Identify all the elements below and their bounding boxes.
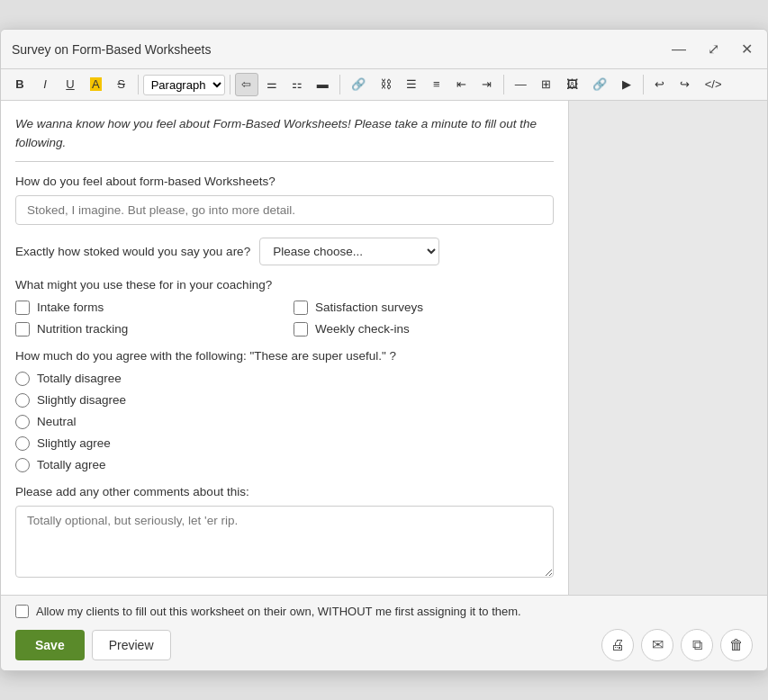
paragraph-select[interactable]: Paragraph Heading 1 Heading 2 — [143, 75, 225, 95]
q2-select[interactable]: Please choose... Very stoked Somewhat st… — [259, 238, 439, 265]
indent-left-button[interactable]: ⇤ — [450, 73, 474, 96]
footer-actions: Save Preview 🖨 ✉ ⧉ 🗑 — [15, 629, 753, 661]
align-left-button[interactable]: ⇦ — [235, 73, 258, 96]
undo-button[interactable]: ↩ — [648, 73, 672, 96]
q4-label: How much do you agree with the following… — [15, 349, 554, 363]
redo-button[interactable]: ↪ — [673, 73, 697, 96]
align-center-button[interactable]: ⚌ — [260, 73, 284, 96]
checkbox-weekly-checkins-label: Weekly check-ins — [315, 322, 410, 336]
separator-3 — [339, 75, 340, 94]
image-button[interactable]: 🖼 — [560, 73, 584, 96]
radio-totally-agree[interactable]: Totally agree — [15, 458, 554, 472]
radio-totally-disagree[interactable]: Totally disagree — [15, 372, 554, 386]
q2-row: Exactly how stoked would you say you are… — [15, 238, 554, 265]
radio-totally-disagree-input[interactable] — [15, 372, 30, 386]
footer-checkbox-row: Allow my clients to fill out this worksh… — [15, 605, 753, 618]
save-button[interactable]: Save — [15, 630, 85, 660]
main-area: We wanna know how you feel about Form-Ba… — [1, 101, 767, 595]
checkbox-intake-forms[interactable]: Intake forms — [15, 301, 276, 315]
q3-label: What might you use these for in your coa… — [15, 278, 554, 292]
underline-button[interactable]: U — [59, 73, 82, 96]
radio-neutral[interactable]: Neutral — [15, 415, 554, 429]
editor-toolbar: B I U A S Paragraph Heading 1 Heading 2 … — [1, 69, 767, 101]
preview-button[interactable]: Preview — [92, 630, 171, 660]
indent-right-button[interactable]: ⇥ — [475, 73, 499, 96]
checkbox-nutrition-tracking[interactable]: Nutrition tracking — [15, 322, 276, 337]
footer: Allow my clients to fill out this worksh… — [1, 595, 767, 670]
separator-1 — [138, 75, 139, 94]
editor-panel: We wanna know how you feel about Form-Ba… — [1, 101, 569, 595]
print-icon: 🖨 — [610, 637, 625, 653]
window-title: Survey on Form-Based Worksheets — [12, 42, 668, 57]
checkbox-intake-forms-label: Intake forms — [37, 301, 104, 314]
bold-button[interactable]: B — [8, 73, 32, 96]
sidebar-panel — [569, 101, 767, 595]
q2-label: Exactly how stoked would you say you are… — [15, 245, 250, 258]
title-bar: Survey on Form-Based Worksheets — ⤢ ✕ — [1, 30, 767, 69]
list-ol-button[interactable]: ≡ — [425, 73, 448, 96]
code-button[interactable]: </> — [699, 73, 728, 96]
allow-self-fill-checkbox[interactable] — [15, 605, 29, 618]
maximize-button[interactable]: ⤢ — [704, 39, 723, 60]
allow-self-fill-label: Allow my clients to fill out this worksh… — [36, 605, 521, 618]
window-controls: — ⤢ ✕ — [668, 39, 756, 60]
delete-icon: 🗑 — [729, 637, 744, 653]
checkbox-weekly-checkins[interactable]: Weekly check-ins — [294, 322, 554, 337]
main-window: Survey on Form-Based Worksheets — ⤢ ✕ B … — [0, 29, 768, 671]
separator-5 — [643, 75, 644, 94]
footer-left-buttons: Save Preview — [15, 630, 171, 660]
separator-4 — [503, 75, 504, 94]
radio-slightly-disagree-input[interactable] — [15, 393, 30, 408]
checkbox-satisfaction-surveys-input[interactable] — [294, 301, 308, 315]
checkbox-satisfaction-surveys[interactable]: Satisfaction surveys — [294, 301, 554, 315]
radio-neutral-label: Neutral — [37, 415, 77, 428]
q1-input[interactable] — [15, 195, 554, 225]
hyperlink-button[interactable]: 🔗 — [586, 73, 613, 96]
checkbox-intake-forms-input[interactable] — [15, 301, 30, 315]
radio-totally-agree-label: Totally agree — [37, 458, 106, 471]
radio-slightly-disagree-label: Slightly disagree — [37, 393, 126, 407]
radio-totally-agree-input[interactable] — [15, 458, 30, 472]
intro-text: We wanna know how you feel about Form-Ba… — [15, 115, 554, 152]
highlight-button[interactable]: A — [84, 73, 108, 96]
radio-slightly-agree-input[interactable] — [15, 436, 30, 451]
separator-2 — [230, 75, 230, 94]
align-justify-button[interactable]: ▬ — [311, 73, 335, 96]
italic-button[interactable]: I — [33, 73, 57, 96]
email-button[interactable]: ✉ — [641, 629, 673, 661]
q4-radio-group: Totally disagree Slightly disagree Neutr… — [15, 372, 554, 472]
delete-button[interactable]: 🗑 — [720, 629, 753, 661]
radio-slightly-agree-label: Slightly agree — [37, 436, 111, 450]
q5-textarea[interactable] — [15, 506, 554, 578]
checkbox-nutrition-tracking-label: Nutrition tracking — [37, 322, 128, 336]
radio-totally-disagree-label: Totally disagree — [37, 372, 122, 385]
minimize-button[interactable]: — — [668, 39, 690, 60]
q1-label: How do you feel about form-based Workshe… — [15, 175, 554, 188]
checkbox-nutrition-tracking-input[interactable] — [15, 322, 30, 337]
divider-1 — [15, 161, 554, 162]
table-button[interactable]: ⊞ — [535, 73, 558, 96]
q5-label: Please add any other comments about this… — [15, 485, 554, 498]
video-button[interactable]: ▶ — [615, 73, 638, 96]
list-ul-button[interactable]: ☰ — [400, 73, 423, 96]
radio-slightly-agree[interactable]: Slightly agree — [15, 436, 554, 451]
copy-icon: ⧉ — [692, 637, 702, 653]
unlink-button[interactable]: ⛓ — [374, 73, 398, 96]
strikethrough-button[interactable]: S — [110, 73, 133, 96]
copy-button[interactable]: ⧉ — [681, 629, 713, 661]
align-right-button[interactable]: ⚏ — [285, 73, 309, 96]
hr-button[interactable]: — — [509, 73, 533, 96]
email-icon: ✉ — [652, 636, 664, 653]
print-button[interactable]: 🖨 — [601, 629, 634, 661]
radio-slightly-disagree[interactable]: Slightly disagree — [15, 393, 554, 408]
checkbox-weekly-checkins-input[interactable] — [294, 322, 308, 337]
close-button[interactable]: ✕ — [737, 39, 756, 60]
editor-content: We wanna know how you feel about Form-Ba… — [1, 101, 568, 595]
link-button[interactable]: 🔗 — [345, 73, 372, 96]
checkbox-satisfaction-surveys-label: Satisfaction surveys — [315, 301, 423, 314]
footer-right-buttons: 🖨 ✉ ⧉ 🗑 — [601, 629, 753, 661]
q3-checkbox-grid: Intake forms Satisfaction surveys Nutrit… — [15, 301, 554, 337]
radio-neutral-input[interactable] — [15, 415, 30, 429]
